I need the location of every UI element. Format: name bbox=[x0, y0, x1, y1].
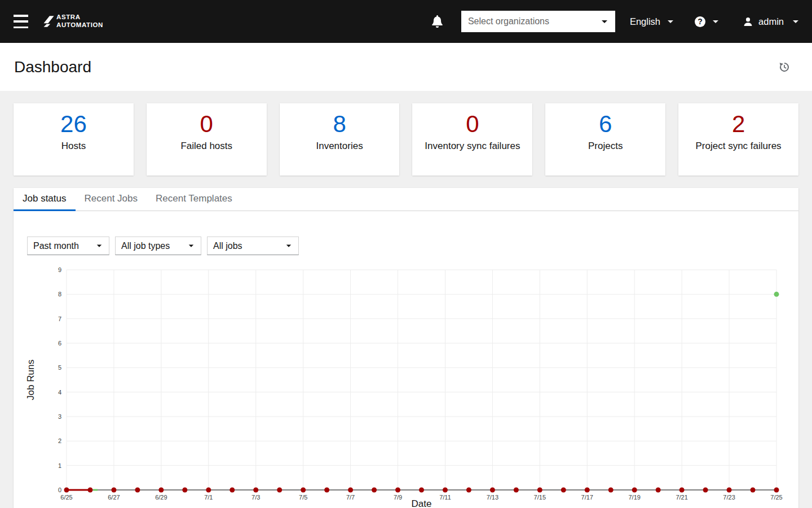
x-tick-label: 7/21 bbox=[676, 494, 687, 501]
period-select-value: Past month bbox=[33, 241, 79, 251]
job-runs-line-chart: 01234567896/256/276/297/17/37/57/77/97/1… bbox=[14, 262, 798, 508]
x-tick-label: 7/9 bbox=[394, 494, 402, 501]
failed-data-point bbox=[277, 488, 282, 493]
x-tick-label: 6/25 bbox=[60, 494, 72, 501]
failed-data-point bbox=[87, 488, 92, 493]
chevron-down-icon bbox=[668, 20, 673, 23]
failed-data-point bbox=[679, 488, 685, 493]
organization-select[interactable]: Select organizations bbox=[461, 11, 615, 32]
job-type-select[interactable]: All job types bbox=[115, 237, 201, 255]
failed-data-point bbox=[751, 488, 756, 493]
chevron-down-icon bbox=[602, 20, 607, 23]
tab-recent-templates[interactable]: Recent Templates bbox=[147, 188, 241, 211]
stat-value: 0 bbox=[412, 111, 532, 137]
x-tick-label: 6/29 bbox=[155, 494, 167, 501]
failed-data-point bbox=[206, 488, 211, 493]
x-axis-label: Date bbox=[412, 498, 432, 508]
stat-card-project-sync-failures[interactable]: 2 Project sync failures bbox=[678, 103, 798, 176]
failed-data-point bbox=[490, 488, 495, 493]
x-tick-label: 7/13 bbox=[487, 494, 498, 501]
stat-value: 6 bbox=[545, 111, 665, 137]
failed-data-point bbox=[585, 488, 590, 493]
job-type-select-value: All job types bbox=[121, 241, 170, 251]
stat-value: 2 bbox=[678, 111, 798, 137]
stat-label: Inventory sync failures bbox=[424, 139, 521, 153]
chevron-down-icon bbox=[713, 20, 718, 23]
tab-bar: Job status Recent Jobs Recent Templates bbox=[14, 188, 798, 211]
stat-card-inventory-sync-failures[interactable]: 0 Inventory sync failures bbox=[412, 103, 532, 176]
stat-label: Failed hosts bbox=[158, 139, 255, 153]
refresh-history-button[interactable] bbox=[779, 62, 790, 73]
failed-data-point bbox=[632, 488, 637, 493]
nav-toggle-button[interactable] bbox=[11, 13, 30, 30]
chevron-down-icon bbox=[793, 20, 798, 23]
y-tick-label: 1 bbox=[58, 462, 61, 469]
stat-card-failed-hosts[interactable]: 0 Failed hosts bbox=[147, 103, 267, 176]
hamburger-icon bbox=[14, 15, 28, 17]
failed-data-point bbox=[395, 488, 400, 493]
stat-card-inventories[interactable]: 8 Inventories bbox=[280, 103, 400, 176]
failed-data-point bbox=[253, 488, 258, 493]
x-tick-label: 7/19 bbox=[628, 494, 640, 501]
job-filter-select-value: All jobs bbox=[213, 241, 242, 251]
x-tick-label: 7/25 bbox=[770, 494, 782, 501]
user-menu-button[interactable]: admin bbox=[743, 16, 798, 27]
brand-line1: ASTRA bbox=[56, 14, 103, 21]
stat-label: Project sync failures bbox=[690, 139, 787, 153]
stat-card-hosts[interactable]: 26 Hosts bbox=[14, 103, 134, 176]
page-header: Dashboard bbox=[0, 43, 812, 91]
job-filter-select[interactable]: All jobs bbox=[207, 237, 299, 255]
failed-data-point bbox=[774, 488, 779, 493]
y-axis-label: Job Runs bbox=[25, 360, 36, 400]
failed-data-point bbox=[608, 488, 614, 493]
x-tick-label: 6/27 bbox=[108, 494, 120, 501]
chart-filters: Past month All job types All jobs bbox=[27, 237, 798, 255]
stat-card-projects[interactable]: 6 Projects bbox=[545, 103, 665, 176]
bell-icon bbox=[432, 15, 443, 28]
tab-recent-jobs[interactable]: Recent Jobs bbox=[76, 188, 147, 211]
x-tick-label: 7/11 bbox=[439, 494, 451, 501]
x-tick-label: 7/17 bbox=[581, 494, 593, 501]
period-select[interactable]: Past month bbox=[27, 237, 109, 255]
failed-data-point bbox=[301, 488, 306, 493]
help-menu-button[interactable]: ? bbox=[695, 16, 718, 27]
failed-data-point bbox=[727, 488, 732, 493]
y-tick-label: 2 bbox=[58, 437, 61, 444]
history-icon bbox=[779, 62, 790, 73]
language-menu-button[interactable]: English bbox=[630, 16, 673, 27]
username-label: admin bbox=[758, 16, 784, 27]
failed-data-point bbox=[419, 488, 424, 493]
failed-data-point bbox=[561, 488, 566, 493]
failed-data-point bbox=[324, 488, 329, 493]
failed-data-point bbox=[348, 488, 353, 493]
user-icon bbox=[743, 17, 753, 27]
y-tick-label: 7 bbox=[58, 316, 61, 322]
dashboard-main: 26 Hosts 0 Failed hosts 8 Inventories 0 … bbox=[0, 103, 812, 508]
stat-label: Projects bbox=[557, 139, 654, 153]
page-title: Dashboard bbox=[14, 58, 91, 76]
y-tick-label: 5 bbox=[58, 364, 61, 371]
x-tick-label: 7/3 bbox=[251, 494, 260, 501]
failed-data-point bbox=[64, 488, 69, 493]
job-runs-chart-container: 01234567896/256/276/297/17/37/57/77/97/1… bbox=[14, 262, 798, 508]
y-tick-label: 4 bbox=[58, 389, 61, 396]
astra-logo-icon bbox=[41, 15, 54, 28]
brand-line2: AUTOMATION bbox=[56, 21, 103, 29]
x-tick-label: 7/5 bbox=[299, 494, 307, 501]
y-tick-label: 9 bbox=[58, 266, 61, 273]
chevron-down-icon bbox=[286, 244, 292, 247]
y-tick-label: 8 bbox=[58, 291, 61, 297]
tab-job-status[interactable]: Job status bbox=[14, 188, 76, 211]
job-status-card: Job status Recent Jobs Recent Templates … bbox=[14, 188, 798, 508]
notifications-button[interactable] bbox=[432, 15, 443, 28]
failed-data-point bbox=[466, 488, 471, 493]
stat-value: 0 bbox=[147, 111, 267, 137]
stats-row: 26 Hosts 0 Failed hosts 8 Inventories 0 … bbox=[14, 103, 798, 176]
x-tick-label: 7/23 bbox=[723, 494, 735, 501]
failed-data-point bbox=[443, 488, 448, 493]
question-circle-icon: ? bbox=[695, 16, 705, 27]
failed-data-point bbox=[135, 488, 140, 493]
x-tick-label: 7/1 bbox=[204, 494, 213, 501]
language-label: English bbox=[630, 16, 660, 27]
stat-value: 26 bbox=[14, 111, 134, 137]
